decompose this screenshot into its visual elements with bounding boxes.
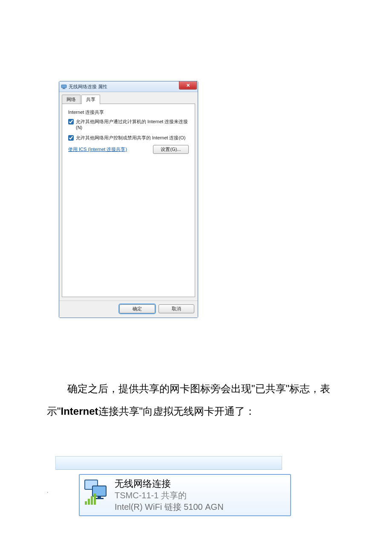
dialog-body: 网络 共享 Internet 连接共享 允许其他网络用户通过此计算机的 Inte… xyxy=(59,92,198,301)
close-icon: ✕ xyxy=(186,83,190,88)
checkbox-allow-control[interactable] xyxy=(68,135,74,141)
connection-status: TSMC-11-1 共享的 xyxy=(115,490,224,501)
tab-sharing[interactable]: 共享 xyxy=(81,95,100,104)
svg-rect-8 xyxy=(88,499,90,505)
connection-adapter: Intel(R) WiFi 链接 5100 AGN xyxy=(115,501,224,513)
connection-text: 无线网络连接 TSMC-11-1 共享的 Intel(R) WiFi 链接 51… xyxy=(115,477,224,513)
svg-rect-9 xyxy=(91,496,93,505)
connection-item[interactable]: 无线网络连接 TSMC-11-1 共享的 Intel(R) WiFi 链接 51… xyxy=(79,474,291,517)
connection-header-bar xyxy=(55,456,282,470)
close-button[interactable]: ✕ xyxy=(179,81,197,90)
settings-button[interactable]: 设置(G)... xyxy=(153,145,189,154)
decorative-dot: . xyxy=(47,488,48,494)
svg-rect-2 xyxy=(63,89,66,89)
group-title: Internet 连接共享 xyxy=(68,109,189,116)
checkbox-row-allow-connect[interactable]: 允许其他网络用户通过此计算机的 Internet 连接来连接(N) xyxy=(68,119,189,131)
ok-button[interactable]: 确定 xyxy=(119,304,155,313)
svg-rect-0 xyxy=(61,85,66,88)
svg-rect-1 xyxy=(63,88,65,89)
properties-dialog: 无线网络连接 属性 ✕ 网络 共享 Internet 连接共享 允许其他网络用户… xyxy=(59,81,198,318)
para-part2: 连接共享"向虚拟无线网卡开通了： xyxy=(98,405,256,417)
dialog-title: 无线网络连接 属性 xyxy=(69,84,107,90)
connection-name: 无线网络连接 xyxy=(115,477,224,490)
tab-network[interactable]: 网络 xyxy=(62,95,81,104)
checkbox-allow-connect-label: 允许其他网络用户通过此计算机的 Internet 连接来连接(N) xyxy=(76,119,189,131)
svg-rect-6 xyxy=(95,498,104,499)
connection-panel: 无线网络连接 TSMC-11-1 共享的 Intel(R) WiFi 链接 51… xyxy=(55,456,345,517)
cancel-button[interactable]: 取消 xyxy=(159,304,194,313)
checkbox-allow-connect[interactable] xyxy=(68,119,74,124)
para-bold: Internet xyxy=(61,405,98,417)
checkbox-allow-control-label: 允许其他网络用户控制或禁用共享的 Internet 连接(O) xyxy=(76,135,185,141)
svg-rect-10 xyxy=(94,494,96,505)
body-paragraph: 确定之后，提供共享的网卡图标旁会出现"已共享"标志，表示"Internet连接共… xyxy=(47,378,345,423)
svg-rect-5 xyxy=(98,496,101,498)
svg-rect-7 xyxy=(85,501,87,505)
dialog-footer: 确定 取消 xyxy=(59,301,198,318)
dialog-titlebar[interactable]: 无线网络连接 属性 ✕ xyxy=(59,81,198,92)
ics-link[interactable]: 使用 ICS (Internet 连接共享) xyxy=(68,146,127,153)
connection-icon xyxy=(82,477,112,507)
network-icon xyxy=(61,84,67,90)
checkbox-row-allow-control[interactable]: 允许其他网络用户控制或禁用共享的 Internet 连接(O) xyxy=(68,135,189,141)
tab-content-sharing: Internet 连接共享 允许其他网络用户通过此计算机的 Internet 连… xyxy=(62,104,195,297)
tabs: 网络 共享 xyxy=(62,95,195,104)
